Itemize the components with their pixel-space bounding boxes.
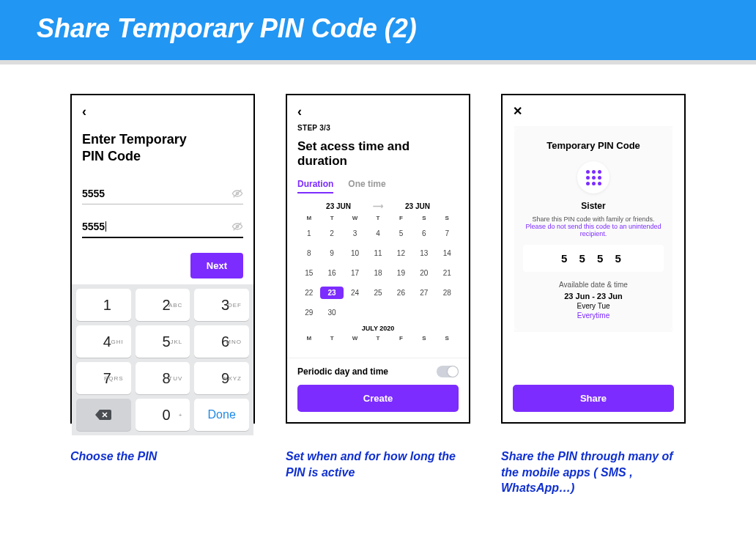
- keypad-icon: [577, 161, 609, 193]
- calendar-day[interactable]: 14: [436, 247, 459, 259]
- title-line1: Enter Temporary: [82, 132, 187, 147]
- availability-day: Every Tue: [523, 302, 664, 310]
- next-button[interactable]: Next: [190, 253, 243, 278]
- duration-tabs: Duration One time: [297, 179, 459, 193]
- calendar-day[interactable]: 13: [412, 247, 435, 259]
- slide-title: Share Temporary PIN Code (2): [37, 13, 719, 44]
- share-instruction: Share this PIN code with family or frien…: [523, 215, 664, 223]
- calendar-day[interactable]: 22: [297, 287, 320, 299]
- key-1[interactable]: 1: [76, 289, 131, 321]
- calendar-day[interactable]: 16: [320, 267, 343, 279]
- periodic-row: Periodic day and time: [287, 358, 469, 385]
- back-icon[interactable]: ‹: [82, 104, 243, 119]
- visibility-toggle-icon[interactable]: [231, 188, 243, 199]
- calendar-day[interactable]: 27: [412, 287, 435, 299]
- calendar-day[interactable]: 8: [297, 247, 320, 259]
- step-indicator: STEP 3/3: [297, 124, 459, 132]
- screens-row: ‹ Enter Temporary PIN Code 5555 5555 Nex…: [0, 64, 756, 431]
- caption-2: Set when and for how long the PIN is act…: [286, 449, 470, 496]
- ticket-title: Temporary PIN Code: [523, 140, 664, 151]
- calendar-day[interactable]: 26: [390, 287, 412, 299]
- calendar-day[interactable]: 5: [390, 227, 412, 240]
- calendar-grid: 1234567891011121314151617181920212223242…: [297, 227, 459, 319]
- caption-1: Choose the PIN: [70, 449, 255, 496]
- slide-title-banner: Share Temporary PIN Code (2): [0, 0, 756, 64]
- date-range-header: 23 JUN ⟶ 23 JUN: [297, 202, 459, 210]
- availability-label: Available date & time: [523, 281, 664, 289]
- key-2[interactable]: 2ABC: [136, 289, 190, 321]
- availability-dates: 23 Jun - 23 Jun: [523, 292, 664, 300]
- calendar-day[interactable]: 1: [297, 227, 320, 240]
- create-button[interactable]: Create: [297, 385, 459, 412]
- title-line2: PIN Code: [82, 149, 141, 163]
- calendar-day[interactable]: 19: [390, 267, 412, 279]
- key-done[interactable]: Done: [194, 399, 249, 431]
- calendar-day[interactable]: 3: [344, 227, 366, 240]
- screen-set-duration: ‹ STEP 3/3 Set acess time and duration D…: [286, 94, 470, 424]
- periodic-toggle[interactable]: [437, 366, 459, 377]
- numeric-keypad: 1 2ABC 3DEF 4GHI 5JKL 6MNO 7PQRS 8TUV 9W…: [72, 284, 253, 435]
- pin-input-2[interactable]: 5555: [82, 218, 243, 238]
- captions-row: Choose the PIN Set when and for how long…: [0, 431, 756, 518]
- visibility-toggle-icon[interactable]: [231, 221, 243, 232]
- screen-share-pin: ✕ Temporary PIN Code Sister Share this P…: [501, 94, 686, 424]
- calendar-day[interactable]: 9: [320, 247, 343, 259]
- calendar-day[interactable]: 29: [297, 306, 320, 319]
- weekday-row: MTWTFSS: [297, 215, 459, 221]
- calendar-day[interactable]: 20: [412, 267, 435, 279]
- calendar-day[interactable]: 4: [366, 227, 389, 240]
- periodic-label: Periodic day and time: [297, 366, 388, 377]
- recipient-name: Sister: [523, 201, 664, 211]
- pin-input-1[interactable]: 5555: [82, 185, 243, 204]
- tab-duration[interactable]: Duration: [297, 179, 333, 193]
- screen2-title: Set acess time and duration: [297, 139, 459, 169]
- weekday-row-2: MTWTFSS: [297, 335, 459, 342]
- key-backspace[interactable]: [76, 399, 131, 431]
- key-5[interactable]: 5JKL: [136, 325, 190, 358]
- calendar-day[interactable]: 30: [320, 306, 343, 319]
- pin-display: 5 5 5 5: [523, 245, 664, 272]
- pin-ticket: Temporary PIN Code Sister Share this PIN…: [514, 128, 672, 330]
- key-9[interactable]: 9WXYZ: [194, 362, 249, 394]
- calendar-day[interactable]: 17: [344, 267, 366, 279]
- tab-one-time[interactable]: One time: [348, 179, 385, 193]
- calendar-day[interactable]: 15: [297, 267, 320, 279]
- calendar-day[interactable]: 10: [344, 247, 366, 259]
- key-0[interactable]: 0+: [136, 399, 190, 431]
- arrow-right-icon: ⟶: [373, 202, 383, 210]
- screen1-title: Enter Temporary PIN Code: [82, 131, 243, 164]
- calendar-day[interactable]: 23: [320, 287, 343, 299]
- calendar-day[interactable]: 11: [366, 247, 389, 259]
- key-6[interactable]: 6MNO: [194, 325, 249, 358]
- key-3[interactable]: 3DEF: [194, 289, 249, 321]
- availability-time: Everytime: [523, 311, 664, 320]
- calendar-day[interactable]: 24: [344, 287, 366, 299]
- date-from: 23 JUN: [326, 202, 351, 210]
- close-icon[interactable]: ✕: [513, 104, 674, 118]
- calendar-day[interactable]: 21: [436, 267, 459, 279]
- calendar-day[interactable]: 18: [366, 267, 389, 279]
- date-to: 23 JUN: [405, 202, 430, 210]
- caption-3: Share the PIN through many of the mobile…: [501, 449, 686, 496]
- share-button[interactable]: Share: [513, 385, 674, 412]
- key-7[interactable]: 7PQRS: [76, 362, 131, 394]
- calendar-day[interactable]: 28: [436, 287, 459, 299]
- screen-enter-pin: ‹ Enter Temporary PIN Code 5555 5555 Nex…: [70, 94, 255, 424]
- key-4[interactable]: 4GHI: [76, 325, 131, 358]
- share-warning: Please do not send this code to an unint…: [523, 223, 664, 237]
- calendar-day[interactable]: 12: [390, 247, 412, 259]
- calendar-day[interactable]: 25: [366, 287, 389, 299]
- next-month-label: JULY 2020: [297, 325, 459, 332]
- calendar-day[interactable]: 7: [436, 227, 459, 240]
- calendar-day[interactable]: 2: [320, 227, 343, 240]
- pin-value-2: 5555: [82, 221, 105, 232]
- calendar-day[interactable]: 6: [412, 227, 435, 240]
- pin-value-1: 5555: [82, 188, 105, 199]
- key-8[interactable]: 8TUV: [136, 362, 190, 394]
- back-icon[interactable]: ‹: [297, 104, 459, 119]
